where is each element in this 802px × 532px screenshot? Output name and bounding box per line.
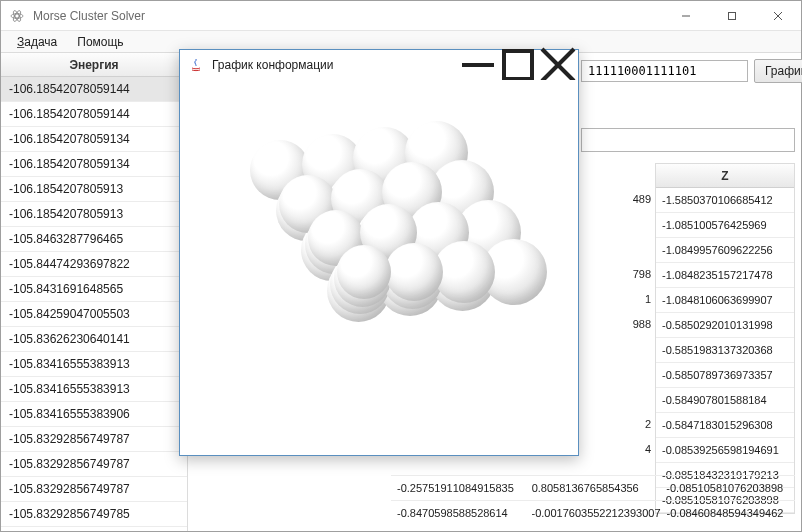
table-cell: -0.25751911084915835 xyxy=(391,476,526,500)
y-cell-fragment xyxy=(576,212,651,237)
z-cell[interactable]: -0.5850292010131998 xyxy=(656,313,794,338)
energy-row[interactable]: -105.8463287796465 xyxy=(1,227,187,252)
energy-row[interactable]: -106.1854207805913 xyxy=(1,202,187,227)
y-column-fragment: 489798198824 xyxy=(576,187,651,512)
z-column: Z -1.5850370106685412-1.085100576425969-… xyxy=(655,163,795,514)
close-button[interactable] xyxy=(755,1,801,31)
top-row: График xyxy=(581,58,796,84)
energy-header[interactable]: Энергия xyxy=(1,53,187,77)
plot-button[interactable]: График xyxy=(754,59,802,83)
menu-task[interactable]: Задача xyxy=(7,32,67,52)
z-cell[interactable]: -1.0848106063699907 xyxy=(656,288,794,313)
z-cell[interactable]: -0.5851983137320368 xyxy=(656,338,794,363)
main-titlebar[interactable]: Morse Cluster Solver xyxy=(1,1,801,31)
y-cell-fragment xyxy=(576,337,651,362)
svg-rect-9 xyxy=(504,51,532,79)
popup-close-button[interactable] xyxy=(538,50,578,80)
energy-row[interactable]: -105.84259047005503 xyxy=(1,302,187,327)
table-cell: -0.8470598588528614 xyxy=(391,501,525,525)
energy-row[interactable]: -105.83292856749785 xyxy=(1,502,187,527)
main-title: Morse Cluster Solver xyxy=(33,9,663,23)
z-cell[interactable]: -1.085100576425969 xyxy=(656,213,794,238)
z-cell[interactable]: -1.5850370106685412 xyxy=(656,188,794,213)
table-cell: -0.08460848594349462 xyxy=(661,501,795,525)
z-cell[interactable]: -0.584907801588184 xyxy=(656,388,794,413)
conformation-input[interactable] xyxy=(581,60,748,82)
y-cell-fragment: 489 xyxy=(576,187,651,212)
table-row[interactable]: -0.8470598588528614-0.001760355221239300… xyxy=(391,500,795,525)
energy-panel: Энергия -106.18542078059144-106.18542078… xyxy=(1,53,188,531)
z-cell[interactable]: -1.0848235157217478 xyxy=(656,263,794,288)
z-cell[interactable]: -1.0849957609622256 xyxy=(656,238,794,263)
y-cell-fragment: 2 xyxy=(576,412,651,437)
energy-row[interactable]: -105.83416555383906 xyxy=(1,402,187,427)
y-cell-fragment xyxy=(576,362,651,387)
minimize-button[interactable] xyxy=(663,1,709,31)
energy-row[interactable]: -105.83416555383913 xyxy=(1,377,187,402)
energy-list[interactable]: -106.18542078059144-106.18542078059144-1… xyxy=(1,77,187,531)
menu-help[interactable]: Помощь xyxy=(67,32,133,52)
energy-row[interactable]: -105.83416555383913 xyxy=(1,352,187,377)
atom-sphere xyxy=(337,245,391,299)
coord-table-bottom: -0.257519110849158350.8058136765854356-0… xyxy=(391,475,795,525)
table-cell: -0.08510581076203898 xyxy=(660,476,795,500)
popup-minimize-button[interactable] xyxy=(458,50,498,80)
z-cell[interactable]: -0.5850789736973357 xyxy=(656,363,794,388)
energy-row[interactable]: -106.18542078059144 xyxy=(1,77,187,102)
energy-row[interactable]: -105.83292856749787 xyxy=(1,477,187,502)
y-cell-fragment: 988 xyxy=(576,312,651,337)
z-cell[interactable]: -0.5847183015296308 xyxy=(656,413,794,438)
y-cell-fragment: 798 xyxy=(576,262,651,287)
conformation-popup[interactable]: График конформации xyxy=(179,49,579,456)
app-icon xyxy=(9,8,25,24)
energy-row[interactable]: -106.18542078059144 xyxy=(1,102,187,127)
popup-maximize-button[interactable] xyxy=(498,50,538,80)
y-cell-fragment: 1 xyxy=(576,287,651,312)
energy-row[interactable]: -106.1854207805913 xyxy=(1,177,187,202)
popup-title: График конформации xyxy=(212,58,458,72)
filter-input[interactable] xyxy=(581,128,795,152)
y-cell-fragment: 4 xyxy=(576,437,651,462)
energy-row[interactable]: -105.84474293697822 xyxy=(1,252,187,277)
table-cell: 0.8058136765854356 xyxy=(526,476,661,500)
svg-point-1 xyxy=(11,13,23,18)
y-cell-fragment xyxy=(576,237,651,262)
energy-row[interactable]: -106.18542078059134 xyxy=(1,152,187,177)
energy-row[interactable]: -105.8431691648565 xyxy=(1,277,187,302)
window-controls xyxy=(663,1,801,31)
y-cell-fragment xyxy=(576,387,651,412)
energy-row[interactable]: -105.83292856749787 xyxy=(1,427,187,452)
energy-row[interactable]: -105.83626230640141 xyxy=(1,327,187,352)
atom-sphere xyxy=(385,243,443,301)
java-icon xyxy=(188,57,204,73)
svg-rect-5 xyxy=(729,12,736,19)
maximize-button[interactable] xyxy=(709,1,755,31)
energy-row[interactable]: -106.18542078059134 xyxy=(1,127,187,152)
table-row[interactable]: -0.257519110849158350.8058136765854356-0… xyxy=(391,475,795,500)
popup-titlebar[interactable]: График конформации xyxy=(180,50,578,80)
z-cell[interactable]: -0.08539256598194691 xyxy=(656,438,794,463)
energy-row[interactable]: -105.83292856749787 xyxy=(1,452,187,477)
z-header[interactable]: Z xyxy=(656,164,794,188)
conformation-canvas[interactable] xyxy=(180,80,578,455)
table-cell: -0.0017603552212393007 xyxy=(525,501,660,525)
